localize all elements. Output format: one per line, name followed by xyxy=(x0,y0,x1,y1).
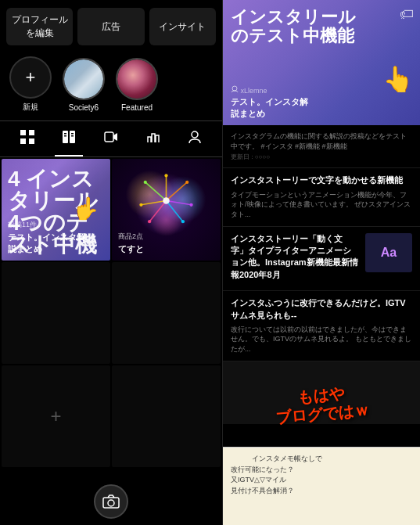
svg-point-22 xyxy=(185,181,188,184)
fireworks-card[interactable]: 商品2点 てすと xyxy=(112,159,221,261)
svg-point-21 xyxy=(164,174,167,177)
fireworks-card-count: 商品2点 xyxy=(118,232,214,242)
article-body-0: インスタグラムの機能に関する解説の投稿などをテスト中です。 #インスタ #新機能… xyxy=(231,131,412,151)
right-top-card[interactable]: インスタリールのテスト中機能 👆 🏷 xLlemne テスト。インスタ解説まとめ xyxy=(223,0,420,125)
right-top-tag-icon: 🏷 xyxy=(400,6,414,23)
add-icon: + xyxy=(50,405,61,427)
camera-button[interactable] xyxy=(94,484,128,519)
empty-card xyxy=(112,262,221,364)
svg-rect-8 xyxy=(71,133,74,135)
svg-rect-0 xyxy=(20,130,26,135)
highlights-row: + 新規 Society6 Featured xyxy=(0,52,222,120)
play-icon xyxy=(103,129,119,145)
fireworks-card-title: てすと xyxy=(118,243,214,254)
highlight-new-label: 新規 xyxy=(23,102,38,113)
video-nav-button[interactable] xyxy=(97,126,125,152)
grid-row-2 xyxy=(2,262,221,364)
article-thumb-2: Aa xyxy=(365,233,412,272)
right-top-bottom-text: xLlemne テスト。インスタ解説まとめ xyxy=(231,85,412,119)
featured-label: Featured xyxy=(121,103,153,112)
hand-pointing-icon: 👆 xyxy=(72,196,99,221)
memo-text: インスタメモ帳なしで 改行可能になった？ 又IGTV△▽マイル 見付け不具合解消… xyxy=(231,454,412,496)
svg-point-24 xyxy=(181,220,185,223)
stats-nav-button[interactable] xyxy=(139,126,167,152)
author-username: xLlemne xyxy=(241,87,267,95)
highlight-new[interactable]: + 新規 xyxy=(9,56,52,113)
svg-rect-1 xyxy=(29,130,34,135)
grid-nav-button[interactable] xyxy=(13,126,41,152)
article-item-3[interactable]: インスタふつうに改行できるんだけど。IGTVサムネ見られも-- 改行については以… xyxy=(223,291,420,361)
society6-avatar xyxy=(64,59,103,99)
article-body-3: 改行については以前の以前はできましたが、今はできません。でも、IGTVのサムネ見… xyxy=(231,325,412,354)
svg-rect-2 xyxy=(20,138,26,144)
right-top-subtitle: テスト。インスタ解説まとめ xyxy=(231,96,412,119)
article-body-1: タイプモーションというアニメーション機能が今年、フォト/映像によって使き書いてい… xyxy=(231,190,412,220)
new-highlight-circle[interactable]: + xyxy=(9,56,52,99)
svg-line-17 xyxy=(149,200,166,221)
svg-rect-10 xyxy=(105,132,113,142)
edit-profile-button[interactable]: プロフィールを編集 xyxy=(6,8,73,45)
svg-line-18 xyxy=(141,200,166,204)
nav-icons xyxy=(0,120,222,157)
society6-circle[interactable] xyxy=(63,58,105,100)
article-date-0: 更新日 : ○○○○ xyxy=(231,153,412,161)
svg-line-14 xyxy=(167,182,188,201)
article-list: インスタグラムの機能に関する解説の投稿などをテスト中です。 #インスタ #新機能… xyxy=(223,125,420,447)
reels-nav-button[interactable] xyxy=(55,126,83,152)
article-with-image-2: インスタストーリー「動く文字」タイプライターアニメーション他。Instagram… xyxy=(231,233,412,285)
left-panel: プロフィールを編集 広告 インサイト + 新規 Society6 Feature… xyxy=(0,0,223,525)
book-icon xyxy=(61,129,77,145)
svg-rect-3 xyxy=(29,138,34,144)
add-card[interactable]: + xyxy=(2,365,110,467)
article-item-0[interactable]: インスタグラムの機能に関する解説の投稿などをテスト中です。 #インスタ #新機能… xyxy=(223,125,420,168)
author-name: xLlemne xyxy=(231,85,412,95)
svg-rect-7 xyxy=(64,135,66,137)
svg-point-23 xyxy=(189,203,192,207)
article-item-1[interactable]: インスタストーリーで文字を動かせる新機能 タイプモーションというアニメーション機… xyxy=(223,168,420,226)
svg-point-20 xyxy=(163,197,170,204)
fireworks-card-text: 商品2点 てすと xyxy=(118,232,214,254)
card-title: テスト。インスタ解説まとめ xyxy=(8,232,104,254)
right-panel: インスタリールのテスト中機能 👆 🏷 xLlemne テスト。インスタ解説まとめ… xyxy=(223,0,420,525)
bottom-camera-area xyxy=(0,478,222,525)
svg-line-15 xyxy=(167,200,192,204)
article-item-2[interactable]: インスタストーリー「動く文字」タイプライターアニメーション他。Instagram… xyxy=(223,227,420,292)
featured-card[interactable]: 4 インスタリール 4つのテスト中機 👆 投稿11件 テスト。インスタ解説まとめ xyxy=(2,159,110,261)
svg-point-29 xyxy=(108,500,114,506)
svg-rect-5 xyxy=(70,131,75,143)
svg-point-27 xyxy=(144,181,147,184)
top-buttons: プロフィールを編集 広告 インサイト xyxy=(0,0,222,52)
svg-line-19 xyxy=(145,182,167,201)
highlight-society6[interactable]: Society6 xyxy=(63,58,105,112)
svg-point-12 xyxy=(192,131,198,138)
grid-icon xyxy=(20,129,35,145)
article-title-1: インスタストーリーで文字を動かせる新機能 xyxy=(231,174,412,186)
article-text-2: インスタストーリー「動く文字」タイプライターアニメーション他。Instagram… xyxy=(231,233,359,285)
aa-text: Aa xyxy=(381,246,397,260)
featured-avatar xyxy=(117,59,156,99)
insights-button[interactable]: インサイト xyxy=(149,8,216,45)
svg-rect-6 xyxy=(64,133,66,135)
svg-point-30 xyxy=(232,86,237,91)
right-top-large-text: インスタリールのテスト中機能 xyxy=(231,8,356,45)
article-title-2: インスタストーリー「動く文字」タイプライターアニメーション他。Instagram… xyxy=(231,233,359,282)
grid-row-3: + xyxy=(2,365,221,467)
placeholder-card xyxy=(112,365,221,467)
svg-point-26 xyxy=(139,203,142,207)
svg-point-25 xyxy=(148,220,151,223)
ads-button[interactable]: 広告 xyxy=(77,8,144,45)
svg-rect-4 xyxy=(63,131,68,143)
camera-icon xyxy=(102,494,120,509)
profile-nav-button[interactable] xyxy=(181,126,209,152)
highlight-featured[interactable]: Featured xyxy=(116,58,158,112)
author-avatar xyxy=(231,85,239,93)
article-title-3: インスタふつうに改行できるんだけど。IGTVサムネ見られも-- xyxy=(231,297,412,322)
card-count: 投稿11件 xyxy=(8,220,104,230)
plus-icon: + xyxy=(26,69,36,86)
featured-circle[interactable] xyxy=(116,58,158,100)
card-featured-text: 投稿11件 テスト。インスタ解説まとめ xyxy=(8,220,104,254)
memo-card: インスタメモ帳なしで 改行可能になった？ 又IGTV△▽マイル 見付け不具合解消… xyxy=(223,447,420,525)
society6-label: Society6 xyxy=(69,103,99,112)
grid-content: 4 インスタリール 4つのテスト中機 👆 投稿11件 テスト。インスタ解説まとめ xyxy=(0,157,222,478)
person-icon xyxy=(187,129,203,145)
